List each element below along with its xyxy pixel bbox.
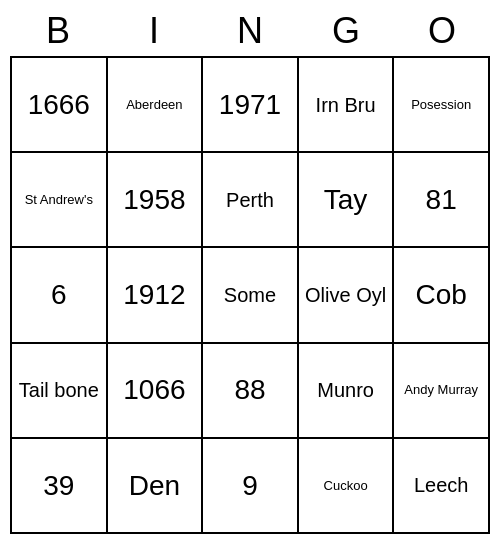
cell-8: Tay — [299, 153, 395, 248]
bingo-card: BINGO 1666Aberdeen1971Irn BruPosessionSt… — [10, 10, 490, 534]
cell-21: Den — [108, 439, 204, 534]
cell-23: Cuckoo — [299, 439, 395, 534]
cell-20: 39 — [12, 439, 108, 534]
cell-6: 1958 — [108, 153, 204, 248]
cell-22: 9 — [203, 439, 299, 534]
cell-1: Aberdeen — [108, 58, 204, 153]
header-letter: B — [10, 10, 106, 52]
cell-15: Tail bone — [12, 344, 108, 439]
cell-10: 6 — [12, 248, 108, 343]
bingo-header: BINGO — [10, 10, 490, 56]
cell-7: Perth — [203, 153, 299, 248]
header-letter: N — [202, 10, 298, 52]
cell-18: Munro — [299, 344, 395, 439]
cell-16: 1066 — [108, 344, 204, 439]
cell-14: Cob — [394, 248, 490, 343]
header-letter: I — [106, 10, 202, 52]
cell-17: 88 — [203, 344, 299, 439]
header-letter: G — [298, 10, 394, 52]
bingo-grid: 1666Aberdeen1971Irn BruPosessionSt Andre… — [10, 56, 490, 534]
cell-13: Olive Oyl — [299, 248, 395, 343]
cell-5: St Andrew's — [12, 153, 108, 248]
cell-0: 1666 — [12, 58, 108, 153]
cell-3: Irn Bru — [299, 58, 395, 153]
cell-9: 81 — [394, 153, 490, 248]
cell-11: 1912 — [108, 248, 204, 343]
cell-4: Posession — [394, 58, 490, 153]
cell-2: 1971 — [203, 58, 299, 153]
cell-12: Some — [203, 248, 299, 343]
header-letter: O — [394, 10, 490, 52]
cell-19: Andy Murray — [394, 344, 490, 439]
cell-24: Leech — [394, 439, 490, 534]
